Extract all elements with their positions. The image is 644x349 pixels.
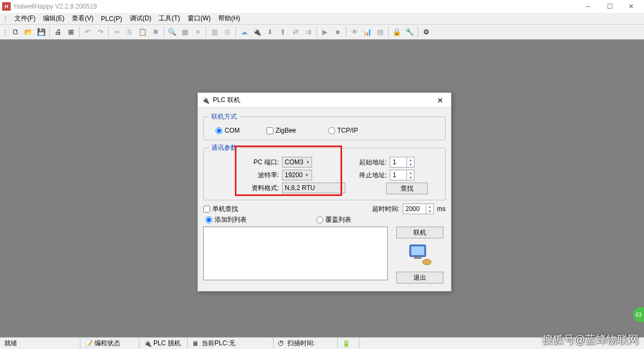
- exit-button[interactable]: 退出: [396, 272, 443, 283]
- radio-com-input[interactable]: [216, 127, 223, 134]
- wrench-icon[interactable]: 🔧: [404, 26, 416, 38]
- spin-down-icon[interactable]: ▼: [407, 162, 414, 167]
- upload-icon[interactable]: ⬆: [277, 26, 288, 38]
- format-select[interactable]: N,8,2 RTU ▾: [282, 183, 345, 193]
- config-icon[interactable]: ▥: [209, 26, 220, 38]
- chevron-down-icon: ▾: [340, 185, 343, 191]
- radio-overwrite-list[interactable]: 覆盖列表: [316, 215, 351, 224]
- timeout-spinner[interactable]: ▲▼: [403, 203, 434, 214]
- format-value: N,8,2 RTU: [285, 184, 315, 192]
- print-icon[interactable]: 🖨: [52, 26, 64, 38]
- timeout-label: 超时时间:: [372, 205, 399, 214]
- find-icon[interactable]: 🔍: [166, 26, 178, 38]
- end-addr-spinner[interactable]: ▲▼: [390, 170, 414, 180]
- menu-plc[interactable]: PLC(P): [97, 14, 125, 24]
- table-icon[interactable]: ▤: [374, 26, 386, 38]
- chart-icon[interactable]: 📊: [361, 26, 373, 38]
- cross-ref-icon[interactable]: ⊞: [65, 26, 77, 38]
- radio-tcpip-input[interactable]: [328, 127, 335, 134]
- end-addr-input[interactable]: [390, 170, 406, 180]
- side-badge[interactable]: 63: [633, 307, 644, 322]
- start-addr-input[interactable]: [390, 157, 406, 167]
- radio-com[interactable]: COM: [216, 127, 240, 134]
- open-icon[interactable]: 📂: [23, 26, 34, 38]
- menu-help[interactable]: 帮助(H): [214, 13, 244, 24]
- status-scan-time: 扫描时间:: [287, 339, 315, 348]
- delete-icon[interactable]: ✖: [150, 26, 161, 38]
- save-icon[interactable]: 💾: [35, 26, 47, 38]
- list-icon[interactable]: ≡: [192, 26, 204, 38]
- timeout-input[interactable]: [403, 204, 426, 214]
- spin-down-icon[interactable]: ▼: [426, 209, 433, 214]
- single-find-input[interactable]: [203, 206, 210, 213]
- radio-tcpip[interactable]: TCP/IP: [328, 127, 358, 134]
- compile-icon[interactable]: ⎙: [221, 26, 233, 38]
- menu-edit[interactable]: 编辑(E): [39, 13, 68, 24]
- radio-add-to-list[interactable]: 添加到列表: [205, 215, 247, 224]
- find-button[interactable]: 查找: [386, 183, 428, 194]
- close-button[interactable]: ✕: [620, 0, 642, 13]
- comm-params-group: 通讯参数 PC 端口: COM3 ▾ 波特率: 19200: [203, 143, 446, 200]
- download-icon[interactable]: ⬇: [264, 26, 276, 38]
- minimize-button[interactable]: ─: [578, 0, 599, 13]
- menu-view[interactable]: 查看(V): [68, 13, 97, 24]
- undo-icon[interactable]: ↶: [82, 26, 93, 38]
- connection-mode-group: 联机方式 COM ZigBee TCP/IP: [203, 112, 446, 140]
- menu-window[interactable]: 窗口(W): [184, 13, 214, 24]
- online-icon[interactable]: 🔌: [251, 26, 263, 38]
- maximize-button[interactable]: ☐: [599, 0, 620, 13]
- module-icon[interactable]: ▦: [179, 26, 191, 38]
- svg-rect-2: [414, 257, 421, 259]
- pc-port-label: PC 端口:: [254, 158, 279, 167]
- start-addr-label: 起始地址:: [359, 158, 387, 167]
- radio-overwrite-input[interactable]: [316, 216, 323, 223]
- plc-list-box[interactable]: [203, 227, 388, 280]
- lock-icon[interactable]: 🔒: [391, 26, 403, 38]
- spin-up-icon[interactable]: ▲: [407, 157, 414, 162]
- spin-up-icon[interactable]: ▲: [407, 170, 414, 175]
- start-addr-spinner[interactable]: ▲▼: [390, 157, 414, 168]
- cloud-icon[interactable]: ☁: [238, 26, 250, 38]
- connect-button[interactable]: 联机: [396, 227, 443, 238]
- pc-port-value: COM3: [285, 158, 304, 166]
- find-button-label: 查找: [401, 184, 413, 193]
- current-plc-icon: 🖥: [192, 340, 199, 347]
- run-icon[interactable]: ▶: [319, 26, 331, 38]
- radio-com-label: COM: [225, 127, 240, 134]
- new-icon[interactable]: 🗋: [10, 26, 21, 38]
- scan-time-icon: ⏱: [278, 340, 285, 347]
- monitor-icon[interactable]: 👁: [349, 26, 360, 38]
- settings-icon[interactable]: ⚙: [420, 26, 432, 38]
- dialog-close-button[interactable]: ✕: [433, 94, 448, 106]
- dialog-title: PLC 联机: [213, 96, 433, 105]
- status-prog-state: 编程状态: [94, 339, 120, 348]
- copy-plc-icon[interactable]: ⇉: [302, 26, 314, 38]
- menu-tools[interactable]: 工具(T): [155, 13, 183, 24]
- copy-icon[interactable]: ⎘: [124, 26, 136, 38]
- redo-icon[interactable]: ↷: [94, 26, 106, 38]
- radio-zigbee-input[interactable]: [267, 127, 273, 134]
- app-icon: H: [2, 2, 11, 11]
- stop-icon[interactable]: ■: [332, 26, 344, 38]
- pc-port-select[interactable]: COM3 ▾: [282, 157, 312, 168]
- edit-state-icon: 📝: [85, 340, 92, 347]
- spin-up-icon[interactable]: ▲: [426, 204, 433, 209]
- cut-icon[interactable]: ✂: [111, 26, 123, 38]
- svg-point-3: [423, 259, 431, 265]
- radio-add-label: 添加到列表: [214, 215, 247, 224]
- radio-add-input[interactable]: [205, 216, 212, 223]
- connection-mode-legend: 联机方式: [209, 112, 239, 121]
- single-find-checkbox[interactable]: 单机查找: [203, 205, 238, 214]
- spin-down-icon[interactable]: ▼: [407, 175, 414, 180]
- status-current-plc: 当前PLC:无: [202, 339, 235, 348]
- menu-debug[interactable]: 调试(D): [126, 13, 156, 24]
- connect-button-label: 联机: [413, 228, 426, 237]
- baud-select[interactable]: 19200 ▾: [282, 170, 312, 180]
- computer-icon: [406, 244, 433, 266]
- paste-icon[interactable]: 📋: [137, 26, 149, 38]
- compare-icon[interactable]: ⇄: [290, 26, 301, 38]
- menu-file[interactable]: 文件(F): [11, 13, 39, 24]
- svg-rect-1: [411, 246, 424, 255]
- radio-overwrite-label: 覆盖列表: [325, 215, 351, 224]
- radio-zigbee[interactable]: ZigBee: [267, 127, 296, 134]
